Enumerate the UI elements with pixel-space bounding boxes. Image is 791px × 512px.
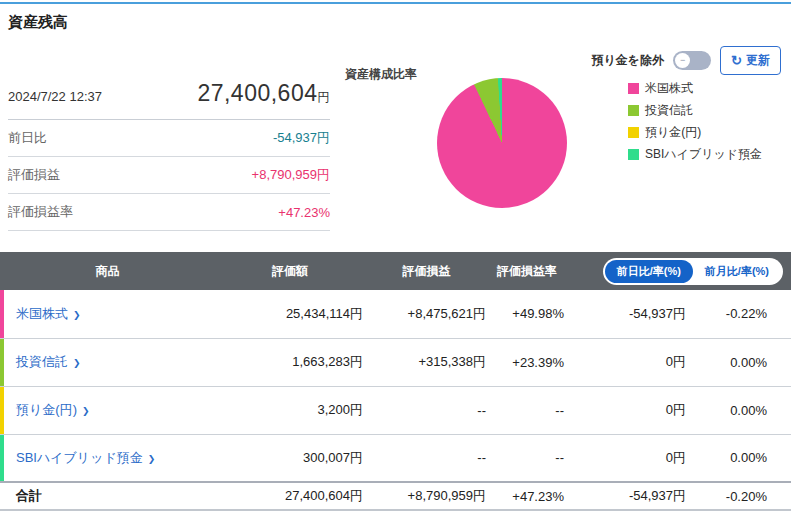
table-row-mutual-funds: 投資信託❯ 1,663,283円 +315,338円 +23.39% 0円 0.…: [0, 338, 791, 386]
total-day-rate-cell: -0.20%: [688, 482, 791, 510]
toggle-knob: −: [675, 53, 690, 68]
product-name: 投資信託: [16, 354, 68, 369]
pie-legend: 米国株式 投資信託 預り金(円) SBIハイブリッド預金: [628, 80, 762, 163]
refresh-button[interactable]: ↻ 更新: [720, 46, 781, 75]
valuation-cell: 1,663,283円: [215, 338, 365, 386]
pl-rate-cell: --: [488, 386, 566, 434]
legend-item-sbi-hybrid-deposit: SBIハイブリッド預金: [628, 146, 762, 163]
legend-item-deposits: 預り金(円): [628, 124, 762, 141]
stat-label: 評価損益: [8, 166, 60, 184]
legend-item-mutual-funds: 投資信託: [628, 102, 762, 119]
legend-label: 投資信託: [645, 102, 693, 119]
total-label: 合計: [0, 482, 215, 510]
stat-value-unrealized-pl: +8,790,959円: [252, 166, 330, 184]
legend-label: 米国株式: [645, 80, 693, 97]
pl-rate-cell: +23.39%: [488, 338, 566, 386]
col-header-valuation: 評価額: [215, 252, 365, 290]
table-row-total: 合計 27,400,604円 +8,790,959円 +47.23% -54,9…: [0, 482, 791, 510]
product-link-sbi-hybrid-deposit[interactable]: SBIハイブリッド預金❯: [0, 434, 215, 482]
valuation-cell: 300,007円: [215, 434, 365, 482]
refresh-icon: ↻: [731, 54, 742, 67]
pl-rate-cell: +49.98%: [488, 290, 566, 338]
pl-rate-cell: --: [488, 434, 566, 482]
product-name: 預り金(円): [16, 402, 77, 417]
stat-value-day-change: -54,937円: [273, 129, 330, 147]
period-segmented-control: 前日比/率(%)前月比/率(%): [603, 258, 783, 285]
day-rate-cell: 0.00%: [688, 434, 791, 482]
legend-swatch: [628, 149, 639, 160]
day-rate-cell: -0.22%: [688, 290, 791, 338]
currency-unit: 円: [318, 90, 331, 104]
summary-panel: 2024/7/22 12:37 27,400,604円 前日比 -54,937円…: [8, 76, 330, 231]
period-toggle-cell: 前日比/率(%)前月比/率(%): [566, 252, 791, 290]
valuation-cell: 25,434,114円: [215, 290, 365, 338]
product-link-us-stocks[interactable]: 米国株式❯: [0, 290, 215, 338]
stat-row-unrealized-pl-rate: 評価損益率 +47.23%: [8, 194, 330, 231]
stat-label: 評価損益率: [8, 203, 73, 221]
asset-table: 商品 評価額 評価損益 評価損益率 前日比/率(%)前月比/率(%) 米国株式❯…: [0, 252, 791, 511]
asset-composition-pie-chart: [437, 78, 567, 208]
day-rate-cell: 0.00%: [688, 338, 791, 386]
row-color-stripe: [0, 387, 4, 434]
pl-cell: +8,475,621円: [365, 290, 488, 338]
table-row-sbi-hybrid-deposit: SBIハイブリッド預金❯ 300,007円 -- -- 0円 0.00%: [0, 434, 791, 482]
summary-main-row: 2024/7/22 12:37 27,400,604円: [8, 76, 330, 120]
total-pl-rate-cell: +47.23%: [488, 482, 566, 510]
refresh-button-label: 更新: [746, 52, 770, 69]
stat-value-unrealized-pl-rate: +47.23%: [278, 205, 330, 220]
tab-month-change[interactable]: 前月比/率(%): [693, 260, 781, 283]
total-valuation-cell: 27,400,604円: [215, 482, 365, 510]
day-change-cell: -54,937円: [566, 290, 688, 338]
page-title: 資産残高: [8, 13, 68, 32]
product-link-mutual-funds[interactable]: 投資信託❯: [0, 338, 215, 386]
product-name: 米国株式: [16, 306, 68, 321]
table-header-row: 商品 評価額 評価損益 評価損益率 前日比/率(%)前月比/率(%): [0, 252, 791, 290]
total-pl-cell: +8,790,959円: [365, 482, 488, 510]
day-change-cell: 0円: [566, 338, 688, 386]
legend-swatch: [628, 127, 639, 138]
tab-day-change[interactable]: 前日比/率(%): [605, 260, 693, 283]
asset-balance-page: 資産残高 預り金を除外 − ↻ 更新 2024/7/22 12:37 27,40…: [0, 0, 791, 512]
header-controls: 預り金を除外 − ↻ 更新: [592, 46, 781, 75]
day-change-cell: 0円: [566, 386, 688, 434]
legend-label: 預り金(円): [645, 124, 701, 141]
legend-label: SBIハイブリッド預金: [645, 146, 762, 163]
product-link-deposits[interactable]: 預り金(円)❯: [0, 386, 215, 434]
col-header-pl-rate: 評価損益率: [488, 252, 566, 290]
chevron-right-icon: ❯: [73, 358, 81, 368]
legend-swatch: [628, 83, 639, 94]
col-header-product: 商品: [0, 252, 215, 290]
row-color-stripe: [0, 435, 4, 482]
stat-row-unrealized-pl: 評価損益 +8,790,959円: [8, 157, 330, 194]
legend-item-us-stocks: 米国株式: [628, 80, 762, 97]
stat-label: 前日比: [8, 129, 47, 147]
total-asset-amount: 27,400,604円: [197, 80, 330, 107]
row-color-stripe: [0, 339, 4, 386]
chevron-right-icon: ❯: [82, 406, 90, 416]
exclude-deposits-toggle-label: 預り金を除外: [592, 52, 665, 69]
exclude-deposits-toggle[interactable]: −: [673, 51, 711, 70]
day-change-cell: 0円: [566, 434, 688, 482]
top-accent-line: [0, 2, 791, 4]
legend-swatch: [628, 105, 639, 116]
chevron-right-icon: ❯: [148, 454, 156, 464]
stat-row-day-change: 前日比 -54,937円: [8, 120, 330, 157]
table-row-deposits: 預り金(円)❯ 3,200円 -- -- 0円 0.00%: [0, 386, 791, 434]
col-header-pl: 評価損益: [365, 252, 488, 290]
table-row-us-stocks: 米国株式❯ 25,434,114円 +8,475,621円 +49.98% -5…: [0, 290, 791, 338]
pl-cell: --: [365, 434, 488, 482]
day-rate-cell: 0.00%: [688, 386, 791, 434]
row-color-stripe: [0, 290, 4, 338]
valuation-cell: 3,200円: [215, 386, 365, 434]
pl-cell: --: [365, 386, 488, 434]
as-of-timestamp: 2024/7/22 12:37: [8, 89, 102, 104]
chevron-right-icon: ❯: [73, 310, 81, 320]
pie-chart-title: 資産構成比率: [345, 66, 417, 83]
total-asset-number: 27,400,604: [197, 80, 317, 106]
total-day-change-cell: -54,937円: [566, 482, 688, 510]
product-name: SBIハイブリッド預金: [16, 450, 143, 465]
pl-cell: +315,338円: [365, 338, 488, 386]
